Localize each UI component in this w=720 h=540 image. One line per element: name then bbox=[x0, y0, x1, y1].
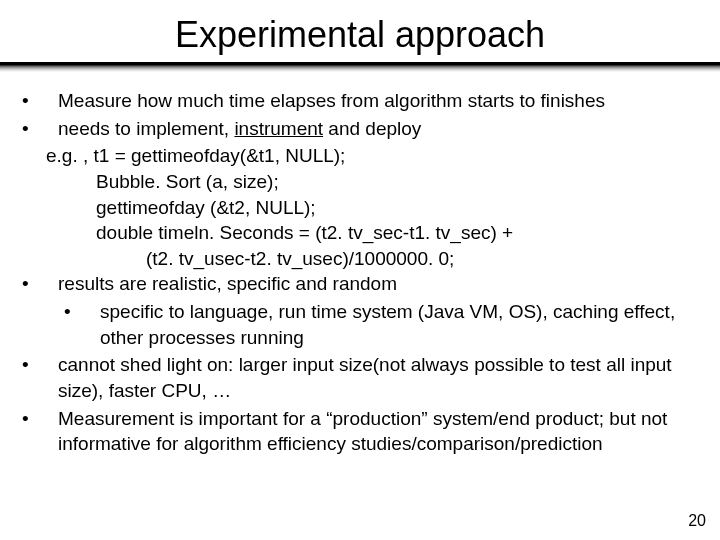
title-divider bbox=[0, 62, 720, 72]
bullet-text: needs to implement, instrument and deplo… bbox=[58, 116, 704, 142]
slide-title: Experimental approach bbox=[0, 0, 720, 62]
bullet-text: Measure how much time elapses from algor… bbox=[58, 88, 704, 114]
bullet-marker: • bbox=[16, 352, 58, 403]
page-number: 20 bbox=[688, 512, 706, 530]
slide-body: • Measure how much time elapses from alg… bbox=[0, 88, 720, 457]
bullet-item: • results are realistic, specific and ra… bbox=[16, 271, 704, 297]
bullet-marker: • bbox=[58, 299, 100, 350]
bullet-item: • Measurement is important for a “produc… bbox=[16, 406, 704, 457]
bullet-marker: • bbox=[16, 406, 58, 457]
example-line: e.g. , t1 = gettimeofday(&t1, NULL); bbox=[16, 143, 704, 169]
bullet-item: • cannot shed light on: larger input siz… bbox=[16, 352, 704, 403]
bullet-marker: • bbox=[16, 88, 58, 114]
underlined-word: instrument bbox=[234, 118, 323, 139]
code-line: (t2. tv_usec-t2. tv_usec)/1000000. 0; bbox=[16, 246, 704, 272]
code-line: double timeln. Seconds = (t2. tv_sec-t1.… bbox=[16, 220, 704, 246]
code-line: gettimeofday (&t2, NULL); bbox=[16, 195, 704, 221]
bullet-text: Measurement is important for a “producti… bbox=[58, 406, 704, 457]
bullet-marker: • bbox=[16, 116, 58, 142]
code-line: Bubble. Sort (a, size); bbox=[16, 169, 704, 195]
bullet-item: • needs to implement, instrument and dep… bbox=[16, 116, 704, 142]
bullet-text: results are realistic, specific and rand… bbox=[58, 271, 704, 297]
bullet-item: • Measure how much time elapses from alg… bbox=[16, 88, 704, 114]
bullet-text: cannot shed light on: larger input size(… bbox=[58, 352, 704, 403]
nested-bullet-item: • specific to language, run time system … bbox=[16, 299, 704, 350]
bullet-marker: • bbox=[16, 271, 58, 297]
bullet-text: specific to language, run time system (J… bbox=[100, 299, 704, 350]
